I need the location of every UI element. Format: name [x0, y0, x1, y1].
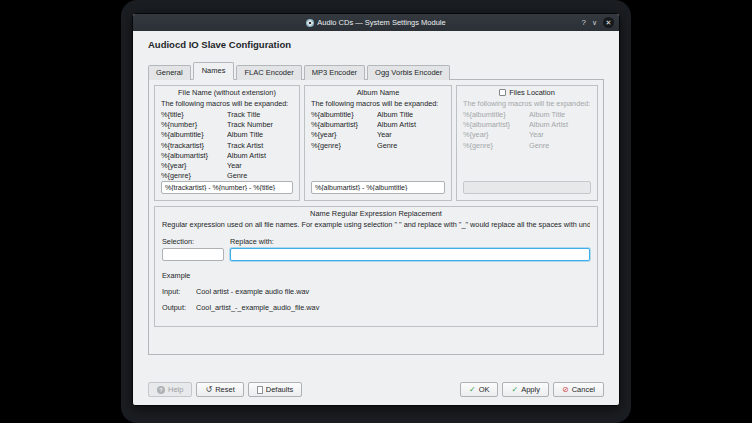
file-name-group-title: File Name (without extension) — [159, 88, 295, 97]
window-title: Audio CDs — System Settings Module — [317, 18, 445, 27]
page-title: Audiocd IO Slave Configuration — [148, 39, 604, 50]
macro-name: %{albumartist} — [463, 120, 529, 130]
macro-row: %{albumartist}Album Artist — [161, 151, 293, 161]
macro-row: %{genre}Genre — [311, 141, 445, 151]
macro-desc: Album Title — [377, 110, 445, 120]
titlebar-center: Audio CDs — System Settings Module — [306, 18, 445, 27]
defaults-icon — [257, 386, 263, 394]
macro-row: %{title}Track Title — [161, 110, 293, 120]
example-title: Example — [162, 271, 590, 280]
reset-button-label: Reset — [215, 385, 235, 394]
macro-row: %{year}Year — [311, 130, 445, 140]
defaults-button-label: Defaults — [266, 385, 294, 394]
files-location-pattern-input — [463, 181, 591, 194]
album-name-pattern-input[interactable] — [311, 181, 445, 194]
window-content: Audiocd IO Slave Configuration General N… — [133, 31, 619, 405]
macro-row: %{year}Year — [463, 130, 591, 140]
names-tab-panel: File Name (without extension) The follow… — [148, 79, 604, 355]
minimize-icon[interactable]: ∨ — [592, 17, 597, 28]
tab-names[interactable]: Names — [193, 62, 235, 80]
example-output-row: Output: Cool_artist_-_example_audio_file… — [162, 303, 590, 312]
selection-input[interactable] — [162, 248, 224, 261]
macro-desc: Track Title — [227, 110, 293, 120]
macro-row: %{year}Year — [161, 161, 293, 171]
macro-desc: Album Artist — [529, 120, 591, 130]
audiocd-app-icon — [306, 19, 314, 27]
help-button[interactable]: ? Help — [148, 382, 192, 397]
files-location-label[interactable]: Files Location — [509, 88, 555, 97]
help-icon: ? — [157, 386, 165, 394]
macro-name: %{genre} — [311, 141, 377, 151]
macro-name: %{number} — [161, 120, 227, 130]
close-icon[interactable]: ✕ — [603, 17, 614, 28]
macro-row: %{genre}Genre — [161, 171, 293, 181]
macro-desc: Year — [529, 130, 591, 140]
tab-ogg-vorbis-encoder[interactable]: Ogg Vorbis Encoder — [367, 65, 450, 80]
macro-desc: Album Artist — [377, 120, 445, 130]
file-name-pattern-input[interactable] — [161, 181, 293, 194]
cancel-button[interactable]: ⊘ Cancel — [553, 382, 604, 397]
ok-check-icon: ✓ — [469, 386, 476, 394]
macro-desc: Album Title — [529, 110, 591, 120]
tab-general[interactable]: General — [148, 65, 191, 80]
selection-label: Selection: — [162, 237, 224, 246]
macro-name: %{year} — [463, 130, 529, 140]
files-location-group: Files Location The following macros will… — [456, 85, 598, 201]
macro-row: %{albumtitle}Album Title — [161, 130, 293, 140]
example-output-label: Output: — [162, 303, 196, 312]
macro-desc: Genre — [529, 141, 591, 151]
macro-name: %{year} — [311, 130, 377, 140]
macro-name: %{albumartist} — [311, 120, 377, 130]
window-controls: ? ∨ ✕ — [581, 14, 614, 31]
macro-row: %{albumtitle}Album Title — [463, 110, 591, 120]
ok-button[interactable]: ✓ OK — [460, 382, 499, 397]
macro-name: %{year} — [161, 161, 227, 171]
macro-row: %{albumartist}Album Artist — [463, 120, 591, 130]
macro-name: %{albumtitle} — [161, 130, 227, 140]
replace-with-input[interactable] — [230, 248, 590, 261]
titlebar[interactable]: Audio CDs — System Settings Module ? ∨ ✕ — [133, 14, 619, 31]
regex-description: Regular expression used on all file name… — [162, 220, 590, 229]
defaults-button[interactable]: Defaults — [248, 382, 303, 397]
macro-desc: Genre — [377, 141, 445, 151]
file-name-group: File Name (without extension) The follow… — [154, 85, 300, 201]
ok-button-label: OK — [479, 385, 490, 394]
macro-row: %{trackartist}Track Artist — [161, 141, 293, 151]
macro-name: %{title} — [161, 110, 227, 120]
reset-icon: ↺ — [205, 386, 212, 394]
regex-replacement-group: Name Regular Expression Replacement Regu… — [154, 206, 598, 327]
macro-desc: Album Artist — [227, 151, 293, 161]
album-name-intro: The following macros will be expanded: — [311, 99, 445, 108]
macro-groups-row: File Name (without extension) The follow… — [154, 85, 598, 201]
files-location-checkbox[interactable] — [499, 89, 506, 96]
dialog-button-bar: ? Help ↺ Reset Defaults ✓ OK ✓ — [148, 382, 604, 397]
apply-button[interactable]: ✓ Apply — [502, 382, 548, 397]
tab-mp3-encoder[interactable]: MP3 Encoder — [304, 65, 365, 80]
macro-desc: Year — [227, 161, 293, 171]
reset-button[interactable]: ↺ Reset — [196, 382, 243, 397]
macro-desc: Track Artist — [227, 141, 293, 151]
example-input-row: Input: Cool artist - example audio file.… — [162, 287, 590, 296]
cancel-button-label: Cancel — [572, 385, 595, 394]
tab-flac-encoder[interactable]: FLAC Encoder — [236, 65, 301, 80]
macro-name: %{albumtitle} — [463, 110, 529, 120]
macro-name: %{albumtitle} — [311, 110, 377, 120]
window-help-icon[interactable]: ? — [581, 17, 585, 28]
replace-with-label: Replace with: — [230, 237, 590, 246]
regex-fields-row: Selection: Replace with: — [162, 237, 590, 261]
macro-name: %{genre} — [463, 141, 529, 151]
macro-name: %{genre} — [161, 171, 227, 181]
album-name-group: Album Name The following macros will be … — [304, 85, 452, 201]
example-input-label: Input: — [162, 287, 196, 296]
apply-check-icon: ✓ — [511, 386, 518, 394]
album-name-group-title: Album Name — [309, 88, 447, 97]
apply-button-label: Apply — [521, 385, 540, 394]
settings-window: Audio CDs — System Settings Module ? ∨ ✕… — [132, 13, 620, 406]
macro-row: %{genre}Genre — [463, 141, 591, 151]
example-output-value: Cool_artist_-_example_audio_file.wav — [196, 303, 319, 312]
help-button-label: Help — [168, 385, 183, 394]
file-name-intro: The following macros will be expanded: — [161, 99, 293, 108]
macro-row: %{albumtitle}Album Title — [311, 110, 445, 120]
macro-desc: Track Number — [227, 120, 293, 130]
cancel-icon: ⊘ — [562, 386, 569, 394]
